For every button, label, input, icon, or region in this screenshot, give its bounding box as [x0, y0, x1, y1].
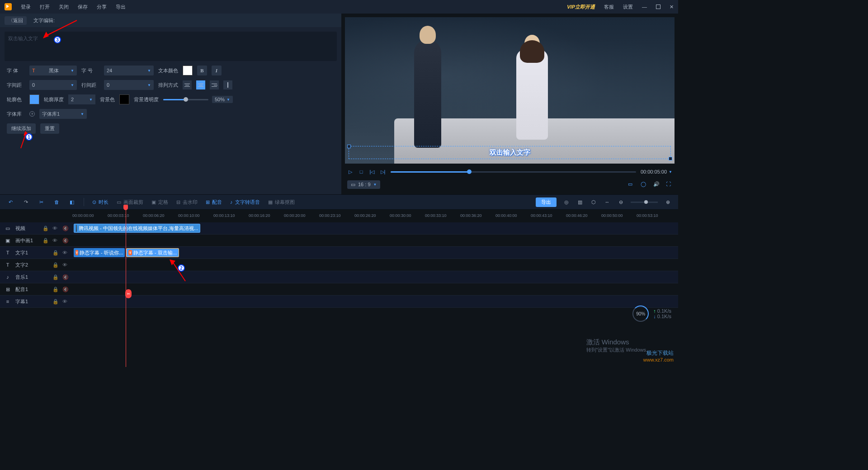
greenscreen-tool[interactable]: ▦绿幕抠图 [268, 199, 295, 206]
windows-activation: 激活 Windows 转到"设置"以激活 Windows。 [586, 338, 651, 353]
back-button[interactable]: 〈返回 [5, 16, 27, 25]
settings-menu[interactable]: 设置 [623, 4, 633, 10]
font-lib-select[interactable]: 字体库1▼ [39, 109, 87, 119]
perf-circle: 90% [632, 306, 649, 322]
text-clip-1[interactable]: T静态字幕 - 听说你... [74, 248, 125, 257]
text1-track: T文字1🔒👁 T静态字幕 - 听说你... T静态字幕 - 双击输... [0, 247, 678, 259]
close-menu[interactable]: 关闭 [59, 4, 69, 10]
line-spacing-input[interactable]: 0▼ [104, 80, 154, 90]
progress-bar[interactable] [391, 171, 636, 173]
zoom-slider[interactable] [631, 202, 658, 203]
eye-icon[interactable]: 👁 [52, 226, 58, 231]
crop-tool-icon[interactable]: ◧ [68, 198, 75, 206]
cut-icon[interactable]: ✂ [38, 198, 45, 206]
align-left-button[interactable] [183, 80, 192, 89]
bg-color-swatch[interactable] [119, 94, 129, 104]
bg-opacity-value[interactable]: 50%▼ [212, 96, 233, 103]
eye-icon[interactable]: 👁 [62, 299, 68, 304]
video-preview[interactable]: 双击输入文字 [345, 17, 675, 164]
delete-icon[interactable]: 🗑 [53, 198, 60, 206]
service-menu[interactable]: 客服 [604, 4, 614, 10]
lock-icon[interactable]: 🔒 [52, 274, 58, 280]
tool-icon-1[interactable]: ◎ [563, 198, 570, 206]
video-clip[interactable]: 腾讯视频 - 中国领先的在线视频媒体平台,海量高清视... [74, 224, 200, 233]
annotation-1: 1 [25, 133, 33, 141]
lock-icon[interactable]: 🔒 [42, 238, 48, 243]
eye-icon[interactable]: 👁 [62, 250, 68, 255]
tool-icon-3[interactable]: ⬡ [590, 198, 597, 206]
prev-frame-button[interactable]: |◁ [369, 169, 375, 175]
line-spacing-label: 行间距 [81, 82, 99, 89]
play-button[interactable]: ▷ [347, 169, 354, 175]
text-track-icon: T [5, 249, 11, 256]
watermark-tool[interactable]: ⊟去水印 [176, 199, 198, 206]
outline-color-swatch[interactable] [29, 94, 39, 104]
letter-spacing-input[interactable]: 0▼ [29, 80, 77, 90]
tool-icon-2[interactable]: ▥ [576, 198, 584, 206]
top-menu-bar: 登录 打开 关闭 保存 分享 导出 VIP立即开通 客服 设置 — ✕ [0, 0, 678, 14]
reset-button[interactable]: 重置 [40, 123, 59, 134]
login-menu[interactable]: 登录 [21, 4, 31, 10]
tts-tool[interactable]: ♪文字转语音 [230, 199, 260, 206]
volume-icon[interactable]: 🔊 [653, 181, 660, 188]
bg-opacity-slider[interactable] [163, 99, 208, 100]
eye-icon[interactable]: 👁 [52, 238, 58, 243]
mute-icon[interactable]: 🔇 [62, 238, 68, 243]
italic-button[interactable]: I [212, 66, 222, 75]
text-clip-2[interactable]: T静态字幕 - 双击输... [126, 248, 179, 257]
export-menu[interactable]: 导出 [116, 4, 126, 10]
size-label: 字 号 [81, 67, 99, 74]
align-vertical-button[interactable] [223, 80, 232, 89]
mute-icon[interactable]: 🔇 [62, 274, 68, 280]
fullscreen-icon[interactable]: ⛶ [666, 181, 672, 188]
redo-icon[interactable]: ↷ [22, 198, 29, 206]
crop-tool[interactable]: ▭画面裁剪 [117, 199, 143, 206]
lock-icon[interactable]: 🔒 [52, 299, 58, 304]
dub-tool[interactable]: ⊞配音 [206, 199, 222, 206]
cast-icon[interactable]: ▭ [628, 181, 634, 188]
eye-icon[interactable]: 👁 [62, 262, 68, 268]
undo-icon[interactable]: ↶ [7, 198, 14, 206]
close-window-icon[interactable]: ✕ [670, 4, 674, 10]
tool-icon-4[interactable]: ↔ [604, 198, 611, 206]
snapshot-icon[interactable]: ◯ [641, 181, 647, 188]
mute-icon[interactable]: 🔇 [62, 226, 68, 231]
vip-link[interactable]: VIP立即开通 [567, 4, 595, 10]
text-color-swatch[interactable] [183, 66, 193, 75]
stop-button[interactable]: □ [358, 169, 364, 175]
freeze-tool[interactable]: ▣定格 [151, 199, 168, 206]
lock-icon[interactable]: 🔒 [52, 250, 58, 255]
text-color-label: 文本颜色 [158, 67, 178, 74]
share-menu[interactable]: 分享 [97, 4, 107, 10]
bold-button[interactable]: B [197, 66, 207, 75]
align-center-button[interactable] [196, 80, 205, 89]
dub-track-icon: ⊞ [5, 286, 11, 292]
maximize-icon[interactable] [656, 5, 660, 9]
size-select[interactable]: 24▼ [104, 66, 154, 75]
zoom-out-icon[interactable]: ⊖ [617, 198, 624, 206]
pip-track: ▣画中画1🔒👁🔇 [0, 235, 678, 247]
svg-line-4 [45, 20, 77, 36]
playhead[interactable] [126, 205, 126, 367]
align-right-button[interactable] [210, 80, 219, 89]
outline-width-input[interactable]: 2▼ [68, 94, 95, 104]
minimize-icon[interactable]: — [642, 4, 647, 9]
aspect-ratio-select[interactable]: ▭16 : 9▼ [347, 180, 380, 189]
duration-tool[interactable]: ⊙时长 [92, 199, 108, 206]
lock-icon[interactable]: 🔒 [42, 226, 48, 231]
mute-icon[interactable]: 🔇 [62, 287, 68, 292]
lock-icon[interactable]: 🔒 [52, 262, 58, 268]
save-menu[interactable]: 保存 [78, 4, 88, 10]
bg-color-label: 背景色 [100, 96, 115, 103]
open-menu[interactable]: 打开 [40, 4, 50, 10]
help-icon[interactable]: ? [29, 111, 35, 117]
time-ruler[interactable]: 00:00:00:0000:00:03:1000:00:06:2000:00:1… [0, 213, 678, 222]
next-frame-button[interactable]: ▷| [380, 169, 386, 175]
zoom-in-icon[interactable]: ⊕ [664, 198, 671, 206]
export-button[interactable]: 导出 [536, 197, 557, 207]
outline-width-label: 轮廓厚度 [44, 96, 64, 103]
font-select[interactable]: T黑体▼ [29, 66, 77, 75]
text-overlay[interactable]: 双击输入文字 [349, 146, 671, 159]
lock-icon[interactable]: 🔒 [52, 287, 58, 292]
cut-marker-icon[interactable]: ✂ [125, 289, 132, 298]
